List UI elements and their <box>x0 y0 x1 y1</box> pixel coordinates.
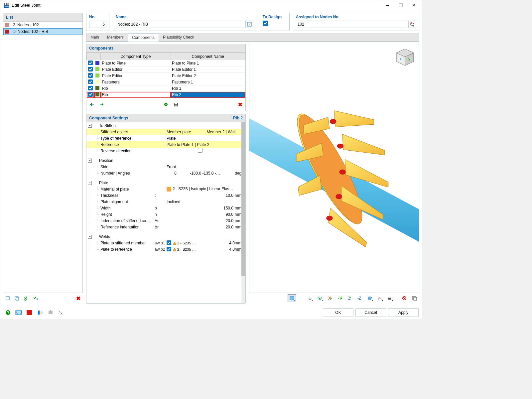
move-right-button[interactable] <box>98 101 106 108</box>
fx-button[interactable]: fx <box>57 309 66 317</box>
labels-button[interactable]: A <box>36 309 44 317</box>
svg-text:0,00: 0,00 <box>16 310 22 315</box>
svg-text:-Z: -Z <box>357 296 361 301</box>
expand-icon[interactable]: − <box>88 181 92 185</box>
row-checkbox[interactable] <box>88 92 93 97</box>
settings-row[interactable]: └Number | Angles8-180.0 -135.0 -…deg <box>86 170 245 176</box>
save-component-button[interactable] <box>172 101 180 108</box>
row-checkbox[interactable] <box>88 67 93 71</box>
close-button[interactable]: ✕ <box>407 1 421 10</box>
checkbox[interactable] <box>198 148 202 153</box>
ok-button[interactable]: OK <box>323 308 353 317</box>
expand-icon[interactable]: − <box>88 124 92 128</box>
copy-item-button[interactable] <box>13 295 21 302</box>
settings-scrollbar[interactable] <box>241 122 245 303</box>
component-row[interactable]: Plate Editor Plate Editor 1 <box>87 66 245 73</box>
weld-checkbox[interactable] <box>167 247 171 251</box>
wireframe-button[interactable]: ▾ <box>375 294 384 302</box>
layers-button[interactable]: ▾ <box>365 294 374 302</box>
apply-button[interactable]: Apply <box>388 308 419 317</box>
row-checkbox[interactable] <box>88 73 93 78</box>
tab-members[interactable]: Members <box>103 33 128 41</box>
name-input[interactable] <box>116 21 244 28</box>
dialog-footer: ? 0,00 A fx OK Cancel Apply <box>0 306 422 319</box>
component-row[interactable]: Rib Rib 2 <box>87 92 245 98</box>
tab-main[interactable]: Main <box>86 33 103 41</box>
no-input[interactable] <box>89 21 106 28</box>
print-button[interactable]: ▾ <box>385 294 394 302</box>
settings-group[interactable]: −Plate <box>86 180 245 186</box>
settings-row[interactable]: └Material of plate2 - S235 | Isotropic |… <box>86 186 245 192</box>
group-name: To Stiffen <box>93 123 116 128</box>
settings-row[interactable]: └Widthb150.0mm <box>86 205 245 211</box>
settings-row[interactable]: └Heighth90.0mm <box>86 211 245 217</box>
color-button[interactable] <box>25 309 34 317</box>
maximize-button[interactable]: ☐ <box>394 1 407 10</box>
axes-button[interactable]: ▾ <box>306 294 314 302</box>
settings-row[interactable]: └SideFront <box>86 164 245 170</box>
design-box: To Design <box>260 13 290 31</box>
settings-row[interactable]: └Stiffened objectMember plateMember 2 | … <box>86 129 245 135</box>
svg-rect-11 <box>100 104 102 105</box>
delete-item-button[interactable]: ✖ <box>74 295 82 302</box>
detach-view-button[interactable] <box>410 294 419 302</box>
view-z-button[interactable]: Z <box>345 294 354 302</box>
settings-group[interactable]: −Position <box>86 157 245 164</box>
viewport-3d[interactable]: y x <box>249 44 419 293</box>
assigned-input[interactable] <box>296 21 407 28</box>
view-neg-z-button[interactable]: -Z <box>355 294 364 302</box>
prop-label: Reference indentation <box>100 225 155 229</box>
weld-checkbox[interactable] <box>167 240 171 245</box>
settings-group[interactable]: −To Stiffen <box>86 122 245 129</box>
render-settings-button[interactable] <box>46 309 55 317</box>
row-checkbox[interactable] <box>88 79 93 84</box>
expand-icon[interactable]: − <box>88 159 92 163</box>
view-eye-button[interactable]: ▾ <box>316 294 324 302</box>
nav-cube[interactable]: y x <box>394 48 416 68</box>
tab-plausibility-check[interactable]: Plausibility Check <box>159 33 198 41</box>
settings-row[interactable]: └Reference indentationΔr20.0mm <box>86 224 245 230</box>
svg-rect-14 <box>175 103 177 104</box>
view-mode-button[interactable]: ▾ <box>288 294 296 302</box>
settings-row[interactable]: └ReferencePlate to Plate 1 | Plate 2 <box>86 141 245 148</box>
list-item[interactable]: 5 Nodes: 102 - RIB <box>3 28 82 35</box>
settings-row[interactable]: └Plate to stiffened memberaw,p12 - S235 … <box>86 240 245 246</box>
settings-row[interactable]: └Plate to referenceaw,p22 - S235 …4.0mm <box>86 246 245 252</box>
row-checkbox[interactable] <box>88 61 93 65</box>
cancel-button[interactable]: Cancel <box>355 308 386 317</box>
library-button[interactable] <box>162 101 170 108</box>
delete-component-button[interactable]: ✖ <box>236 101 244 108</box>
new-item-button[interactable] <box>4 295 12 302</box>
component-row[interactable]: Fasteners Fasteners 1 <box>87 79 245 85</box>
units-button[interactable]: 0,00 <box>14 309 23 317</box>
move-left-button[interactable] <box>88 101 96 108</box>
help-button[interactable]: ? <box>4 309 12 317</box>
view-y-button[interactable]: -Y <box>335 294 344 302</box>
component-row[interactable]: Plate to Plate Plate to Plate 1 <box>87 60 245 66</box>
svg-rect-40 <box>389 297 391 298</box>
design-checkbox[interactable] <box>263 21 268 26</box>
filter-button[interactable] <box>32 295 40 302</box>
svg-line-32 <box>310 299 312 300</box>
expand-icon[interactable]: − <box>88 235 92 239</box>
component-row[interactable]: Rib Rib 1 <box>87 85 245 92</box>
edit-name-button[interactable] <box>245 21 253 28</box>
prop-label: Number | Angles <box>100 171 155 176</box>
settings-row[interactable]: └Plate alignmentInclined <box>86 199 245 205</box>
tab-components[interactable]: Components <box>128 33 159 42</box>
check-all-button[interactable] <box>22 295 30 302</box>
settings-row[interactable]: └Reverse direction <box>86 148 245 154</box>
minimize-button[interactable]: ─ <box>381 1 394 10</box>
view-x-button[interactable]: X <box>326 294 334 302</box>
settings-row[interactable]: └Type of referencePlate <box>86 135 245 141</box>
settings-group[interactable]: −Welds <box>86 233 245 240</box>
row-checkbox[interactable] <box>88 86 93 90</box>
clear-view-button[interactable] <box>400 294 409 302</box>
row-type: Plate Editor <box>101 73 171 79</box>
pick-nodes-button[interactable] <box>408 21 416 28</box>
settings-row[interactable]: └Indentation of stiffened co…Δe20.0mm <box>86 217 245 224</box>
settings-row[interactable]: └Thicknesst10.0mm <box>86 192 245 199</box>
list-item[interactable]: 3 Nodes : 102 <box>3 22 82 28</box>
row-name: Plate to Plate 1 <box>171 60 245 66</box>
component-row[interactable]: Plate Editor Plate Editor 2 <box>87 73 245 79</box>
